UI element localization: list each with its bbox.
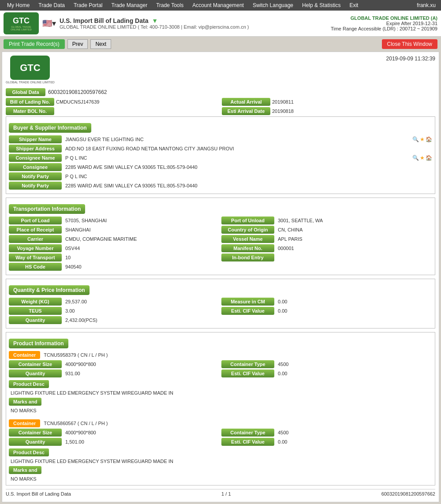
actual-arrival-label: Actual Arrival [222, 98, 270, 106]
actual-arrival-value: 20190811 [272, 99, 294, 105]
manifest-no-label: Manifest No. [221, 244, 274, 252]
port-of-load-cell: Port of Load 57035, SHANGHAI [9, 217, 220, 224]
shipper-name-value: JIANGSU EVER TIE LIGHTING INC [64, 136, 411, 143]
in-bond-entry-label: In-bond Entry [221, 254, 274, 261]
expire-date: Expire After 2019-12-31 [331, 21, 437, 26]
user-name: frank.xu [417, 2, 436, 8]
voyage-number-cell: Voyage Number 0SV44 [9, 244, 220, 252]
consignee-star-icon[interactable]: ★ [420, 155, 425, 161]
measure-value: 0.00 [276, 298, 432, 305]
container-1-marks-label: Marks and [9, 398, 41, 406]
country-of-origin-value: CN, CHINA [276, 226, 432, 233]
container-1: Container TCNU5958379 ( CN / L / PH ) Co… [9, 351, 432, 414]
shipper-address-label: Shipper Address [9, 145, 62, 153]
top-navigation: My Home Trade Data Trade Portal Trade Ma… [0, 0, 441, 11]
home-icon[interactable]: 🏠 [426, 136, 432, 142]
nav-switch-language[interactable]: Switch Language [249, 2, 297, 8]
transport-row-5: Way of Transport 10 In-bond Entry [9, 254, 432, 261]
hs-code-row: HS Code 940540 [9, 263, 432, 271]
doc-footer-left: U.S. Import Bill of Lading Data [6, 491, 71, 497]
consignee-value: 2285 WARD AVE SIMI VALLEY CA 93065 TEL:8… [64, 164, 432, 171]
container-1-size-row: Container Size 4000*900*800 Container Ty… [9, 360, 432, 368]
manifest-no-cell: Manifest No. 000001 [221, 244, 432, 252]
container-1-qty-value: 931.00 [64, 370, 220, 377]
consignee-name-row: Consignee Name P Q L INC 🔍 ★ 🏠 [9, 154, 432, 162]
container-1-qty-cell: Quantity 931.00 [9, 370, 220, 377]
container-2-label: Container [9, 419, 40, 427]
quantity-label: Quantity [9, 316, 62, 324]
container-2-size-label: Container Size [9, 429, 62, 437]
global-data-value: 60032019081200597662 [48, 89, 107, 95]
consignee-row: Consignee 2285 WARD AVE SIMI VALLEY CA 9… [9, 163, 432, 171]
bol-no-label: Bill of Lading No. [6, 98, 54, 106]
container-1-cif-value: 0.00 [276, 370, 432, 377]
container-2-marks-row: Marks and NO MARKS [9, 465, 432, 482]
actual-arrival-cell: Actual Arrival 20190811 [222, 98, 435, 106]
container-2-header: Container TCNU5860567 ( CN / L / PH ) [9, 419, 432, 427]
way-of-transport-cell: Way of Transport 10 [9, 254, 220, 261]
consignee-home-icon[interactable]: 🏠 [426, 155, 432, 161]
place-of-receipt-label: Place of Receipt [9, 226, 62, 234]
nav-trade-data[interactable]: Trade Data [35, 2, 68, 8]
consignee-name-label: Consignee Name [9, 154, 62, 162]
nav-exit[interactable]: Exit [346, 2, 362, 8]
port-of-load-value: 57035, SHANGHAI [64, 217, 220, 224]
star-icon[interactable]: ★ [420, 136, 425, 142]
nav-account-management[interactable]: Account Management [189, 2, 247, 8]
close-window-button[interactable]: Close This Window [382, 39, 437, 49]
top-toolbar: Print Trade Record(s) Prev Next Close Th… [0, 37, 441, 52]
voyage-number-label: Voyage Number [9, 244, 62, 252]
transport-row-3: Carrier CMDU, COMPAGNIE MARITIME Vessel … [9, 235, 432, 243]
global-data-label: Global Data [6, 88, 45, 96]
nav-trade-portal[interactable]: Trade Portal [70, 2, 106, 8]
weight-label: Weight (KG) [9, 298, 62, 306]
print-record-button[interactable]: Print Trade Record(s) [4, 39, 65, 49]
main-document: GTC GLOBAL TRADE ONLINE LIMITED 2019-09-… [2, 52, 439, 502]
nav-trade-manager[interactable]: Trade Manager [108, 2, 151, 8]
container-1-cif-label: Esti. CIF Value [221, 370, 274, 377]
transport-row-4: Voyage Number 0SV44 Manifest No. 000001 [9, 244, 432, 252]
search-icon[interactable]: 🔍 [412, 136, 419, 142]
container-2-qty-label: Quantity [9, 438, 62, 446]
port-of-unload-value: 3001, SEATTLE, WA [276, 217, 432, 224]
container-1-cif-cell: Esti. CIF Value 0.00 [221, 370, 432, 377]
nav-trade-tools[interactable]: Trade Tools [153, 2, 187, 8]
container-1-label: Container [9, 351, 40, 359]
consignee-name-value: P Q L INC [64, 154, 411, 161]
vessel-name-label: Vessel Name [221, 235, 274, 243]
prev-button[interactable]: Prev [67, 39, 88, 49]
container-2-type-cell: Container Type 4500 [221, 429, 432, 437]
measure-cell: Measure in CM 0.00 [221, 298, 432, 306]
container-1-marks-value: NO MARKS [9, 407, 432, 414]
nav-my-home[interactable]: My Home [4, 2, 33, 8]
in-bond-entry-cell: In-bond Entry [221, 254, 432, 261]
quantity-value: 2,432.00(PCS) [64, 317, 432, 324]
container-2-cif-value: 0.00 [276, 438, 432, 445]
mater-bol-label: Mater BOL No. [6, 107, 54, 115]
flag-selector[interactable]: 🇺🇸▾ [42, 19, 56, 28]
notify-party-label-2: Notify Party [9, 182, 62, 190]
container-2-qty-row: Quantity 1,501.00 Esti. CIF Value 0.00 [9, 438, 432, 446]
bol-row-2: Mater BOL No. Esti Arrival Date 20190818 [6, 107, 435, 115]
container-2-value: TCNU5860567 ( CN / L / PH ) [44, 421, 108, 426]
product-section: Product Information Container TCNU595837… [6, 332, 435, 485]
manifest-no-value: 000001 [276, 245, 432, 252]
way-of-transport-value: 10 [64, 254, 220, 261]
notify-party-row-2: Notify Party 2285 WARD AVE SIMI VALLEY C… [9, 182, 432, 190]
page-title: U.S. Import Bill of Lading Data ▼ [60, 17, 331, 24]
mater-bol-cell: Mater BOL No. [6, 107, 219, 115]
page-title-text: U.S. Import Bill of Lading Data [60, 17, 148, 24]
consignee-label: Consignee [9, 163, 62, 171]
weight-value: 29,537.00 [64, 298, 220, 305]
next-button[interactable]: Next [90, 39, 111, 49]
esti-arrival-value: 20190818 [272, 108, 294, 114]
consignee-search-icon[interactable]: 🔍 [412, 155, 419, 161]
header-right-info: GLOBAL TRADE ONLINE LIMITED (A) Expire A… [331, 15, 437, 31]
doc-logo-subtitle: GLOBAL TRADE ONLINE LIMITED [6, 81, 55, 84]
container-2-size-row: Container Size 4000*900*800 Container Ty… [9, 429, 432, 437]
container-1-type-label: Container Type [221, 360, 274, 368]
nav-help-statistics[interactable]: Help & Statistics [299, 2, 344, 8]
time-range: Time Range Accessible (LDR) : 200712 ~ 2… [331, 26, 437, 31]
title-dropdown-icon[interactable]: ▼ [152, 17, 158, 24]
hs-code-value: 940540 [64, 263, 432, 270]
